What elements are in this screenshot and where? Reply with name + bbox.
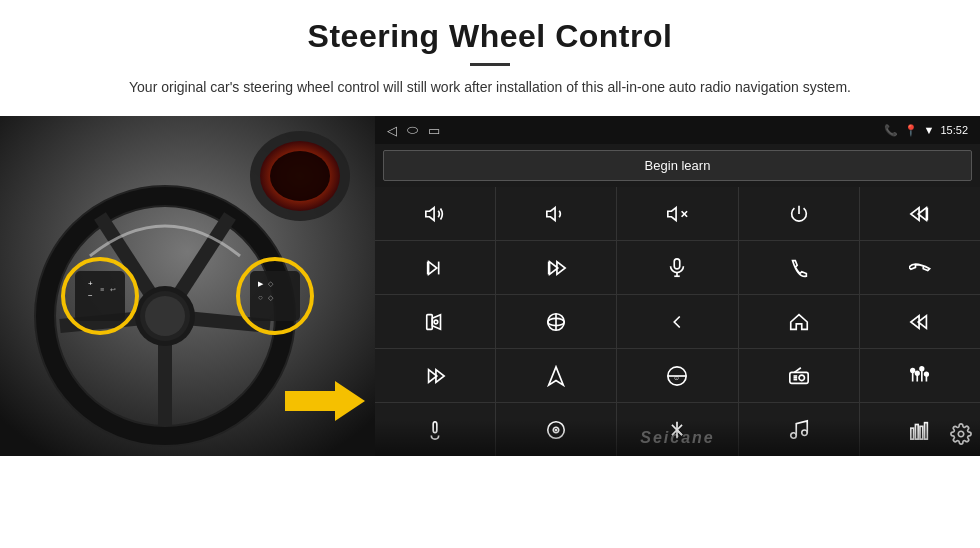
- header-section: Steering Wheel Control Your original car…: [0, 0, 980, 106]
- gps-icon: 📍: [904, 124, 918, 137]
- svg-point-59: [799, 375, 805, 381]
- svg-rect-43: [427, 315, 433, 330]
- mic-button[interactable]: [617, 241, 737, 294]
- power-button[interactable]: [739, 187, 859, 240]
- svg-marker-34: [429, 261, 437, 274]
- eject-button[interactable]: ⊙: [617, 349, 737, 402]
- svg-rect-14: [75, 271, 125, 321]
- svg-point-69: [920, 367, 924, 371]
- svg-point-81: [958, 432, 964, 438]
- next-button[interactable]: [375, 241, 495, 294]
- page-title: Steering Wheel Control: [60, 18, 920, 55]
- steering-wheel-photo: + − ≡ ↩ ▶ ◇ ○ ◇: [0, 116, 375, 456]
- svg-point-70: [924, 372, 928, 376]
- home-button[interactable]: [739, 295, 859, 348]
- svg-text:≡: ≡: [100, 286, 104, 293]
- control-icon-grid: ⊙: [375, 187, 980, 456]
- svg-marker-53: [549, 367, 564, 385]
- svg-point-68: [915, 371, 919, 375]
- home-nav-icon[interactable]: ⬭: [407, 122, 418, 138]
- nav-icons: ◁ ⬭ ▭: [387, 122, 440, 138]
- svg-marker-28: [668, 207, 676, 220]
- svg-marker-26: [426, 207, 434, 220]
- navigate-button[interactable]: [496, 349, 616, 402]
- page-wrapper: Steering Wheel Control Your original car…: [0, 0, 980, 548]
- skip-fwd-button[interactable]: [496, 241, 616, 294]
- subtitle-text: Your original car's steering wheel contr…: [110, 76, 870, 98]
- status-bar-right: 📞 📍 ▼ 15:52: [884, 124, 968, 137]
- steering-wheel-bg: + − ≡ ↩ ▶ ◇ ○ ◇: [0, 116, 375, 456]
- fast-fwd-button[interactable]: [375, 349, 495, 402]
- vol-down-button[interactable]: [496, 187, 616, 240]
- speaker-button[interactable]: [375, 295, 495, 348]
- begin-learn-row: Begin learn: [375, 144, 980, 187]
- content-area: + − ≡ ↩ ▶ ◇ ○ ◇: [0, 116, 980, 548]
- title-divider: [470, 63, 510, 66]
- time-display: 15:52: [940, 124, 968, 136]
- phone-button[interactable]: [739, 241, 859, 294]
- android-display: ◁ ⬭ ▭ 📞 📍 ▼ 15:52 Begin learn: [375, 116, 980, 456]
- svg-point-13: [145, 296, 185, 336]
- rewind-button[interactable]: [860, 295, 980, 348]
- svg-text:⊙: ⊙: [675, 374, 680, 381]
- eq-button[interactable]: [860, 349, 980, 402]
- prev-track-button[interactable]: [860, 187, 980, 240]
- svg-text:○: ○: [258, 293, 263, 302]
- wifi-icon: ▼: [924, 124, 935, 136]
- seicane-watermark: Seicane: [640, 429, 714, 447]
- svg-marker-27: [547, 207, 555, 220]
- svg-text:−: −: [88, 291, 93, 300]
- radio-button[interactable]: [739, 349, 859, 402]
- recents-nav-icon[interactable]: ▭: [428, 123, 440, 138]
- svg-text:+: +: [88, 279, 93, 288]
- 360-button[interactable]: [496, 295, 616, 348]
- back-button[interactable]: [617, 295, 737, 348]
- svg-rect-40: [675, 259, 681, 269]
- svg-point-67: [911, 369, 915, 373]
- svg-point-45: [434, 320, 438, 324]
- mute-button[interactable]: [617, 187, 737, 240]
- begin-learn-button[interactable]: Begin learn: [383, 150, 972, 181]
- steering-wheel-svg: + − ≡ ↩ ▶ ◇ ○ ◇: [0, 116, 375, 456]
- settings-gear-icon[interactable]: [950, 423, 972, 450]
- bottom-overlay: Seicane: [375, 420, 980, 456]
- svg-text:↩: ↩: [110, 286, 116, 293]
- back-nav-icon[interactable]: ◁: [387, 123, 397, 138]
- phone-icon: 📞: [884, 124, 898, 137]
- hangup-button[interactable]: [860, 241, 980, 294]
- status-bar: ◁ ⬭ ▭ 📞 📍 ▼ 15:52: [375, 116, 980, 144]
- svg-point-3: [270, 151, 330, 201]
- vol-up-button[interactable]: [375, 187, 495, 240]
